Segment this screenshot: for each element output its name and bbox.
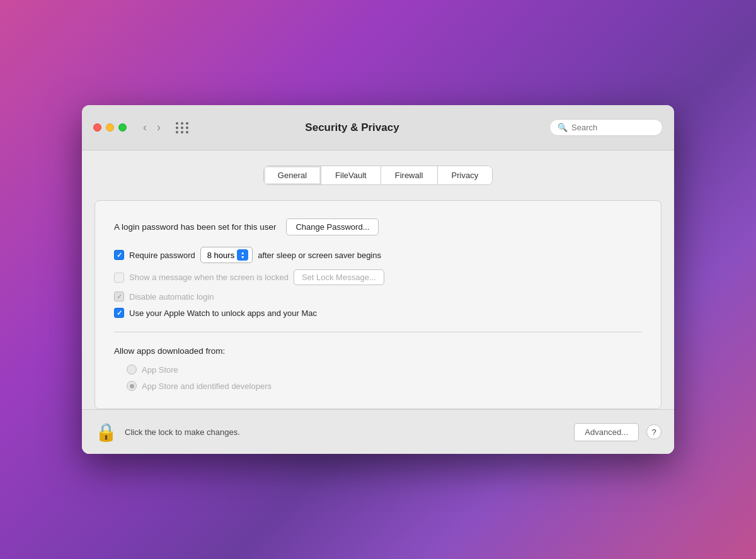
allow-apps-title: Allow apps downloaded from: (114, 346, 642, 356)
tab-filevault[interactable]: FileVault (321, 166, 381, 184)
allow-apps-section: Allow apps downloaded from: App Store Ap… (114, 346, 642, 391)
tab-privacy[interactable]: Privacy (438, 166, 493, 184)
show-message-checkbox[interactable] (114, 273, 124, 283)
maximize-button[interactable] (118, 123, 127, 132)
login-row: A login password has been set for this u… (114, 218, 642, 235)
footer: 🔒 Click the lock to make changes. Advanc… (82, 409, 674, 454)
disable-autologin-checkbox[interactable] (114, 291, 124, 302)
back-button[interactable]: ‹ (139, 118, 151, 137)
window-title: Security & Privacy (163, 121, 542, 134)
disable-autologin-label: Disable automatic login (129, 292, 214, 302)
advanced-button[interactable]: Advanced... (574, 423, 639, 441)
apple-watch-checkbox[interactable] (114, 308, 124, 318)
nav-buttons: ‹ › (139, 118, 164, 137)
close-button[interactable] (93, 123, 101, 132)
apple-watch-label: Use your Apple Watch to unlock apps and … (129, 308, 317, 318)
after-sleep-label: after sleep or screen saver begins (258, 251, 381, 260)
options-section: Require password 8 hours ▲▼ after sleep … (114, 247, 642, 318)
change-password-button[interactable]: Change Password... (286, 218, 379, 235)
disable-autologin-row: Disable automatic login (114, 291, 642, 302)
traffic-lights (93, 123, 127, 132)
lock-text: Click the lock to make changes. (125, 427, 566, 437)
content-area: General FileVault Firewall Privacy A log… (82, 150, 674, 409)
minimize-button[interactable] (106, 123, 114, 132)
set-lock-message-button[interactable]: Set Lock Message... (294, 269, 384, 285)
search-box[interactable]: 🔍 (549, 119, 663, 136)
radio-app-store-label: App Store (142, 365, 178, 375)
system-preferences-window: ‹ › Security & Privacy 🔍 General FileVau… (82, 105, 674, 454)
radio-app-store-identified-label: App Store and identified developers (142, 381, 272, 391)
radio-options: App Store App Store and identified devel… (127, 364, 642, 391)
apple-watch-row: Use your Apple Watch to unlock apps and … (114, 308, 642, 318)
divider (114, 332, 642, 332)
search-input[interactable] (571, 123, 647, 132)
help-button[interactable]: ? (646, 424, 662, 439)
radio-app-store[interactable] (127, 364, 137, 375)
show-message-row: Show a message when the screen is locked… (114, 269, 642, 285)
show-message-label: Show a message when the screen is locked (129, 273, 289, 282)
require-password-row: Require password 8 hours ▲▼ after sleep … (114, 247, 642, 263)
tab-firewall[interactable]: Firewall (381, 166, 438, 184)
login-label: A login password has been set for this u… (114, 222, 276, 232)
titlebar: ‹ › Security & Privacy 🔍 (82, 105, 674, 150)
dropdown-arrow-icon: ▲▼ (237, 249, 248, 261)
require-password-checkbox[interactable] (114, 250, 124, 260)
radio-app-store-row: App Store (127, 364, 642, 375)
lock-icon[interactable]: 🔒 (94, 419, 117, 445)
main-panel: A login password has been set for this u… (94, 200, 662, 409)
search-icon: 🔍 (558, 123, 568, 132)
password-interval-value: 8 hours (207, 251, 234, 260)
tab-bar: General FileVault Firewall Privacy (263, 166, 493, 185)
tabs-container: General FileVault Firewall Privacy (94, 166, 662, 185)
radio-app-store-identified-row: App Store and identified developers (127, 381, 642, 391)
password-interval-dropdown[interactable]: 8 hours ▲▼ (200, 247, 253, 263)
tab-general[interactable]: General (264, 166, 321, 184)
require-password-label: Require password (129, 251, 195, 260)
radio-app-store-identified[interactable] (127, 381, 137, 391)
